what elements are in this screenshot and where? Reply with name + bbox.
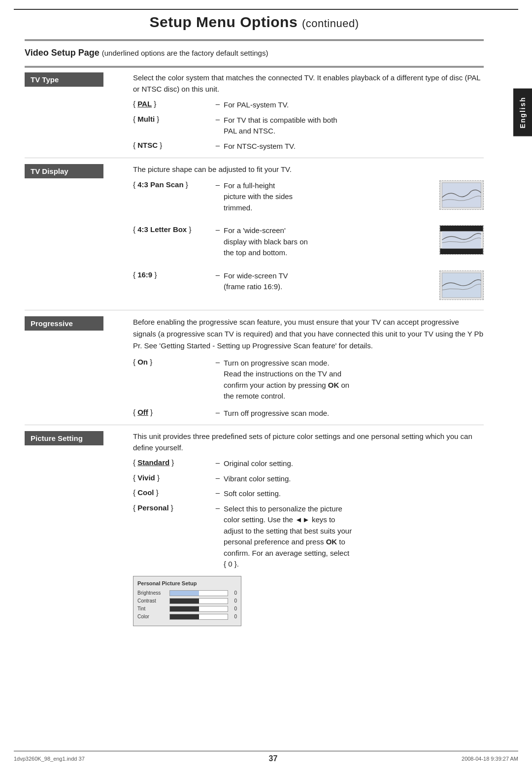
widescreen-image xyxy=(439,270,484,300)
tv-display-row: TV Display The picture shape can be adju… xyxy=(25,164,484,308)
tint-label: Tint xyxy=(137,606,169,611)
side-tab-english: English xyxy=(513,89,532,136)
picture-cool-dash: – xyxy=(212,488,224,497)
personal-picture-setup-box: Personal Picture Setup Brightness 0 Cont… xyxy=(133,576,241,626)
picture-cool-desc: Soft color setting. xyxy=(224,488,484,500)
multi-option-name: { Multi } xyxy=(133,115,212,123)
picture-setting-row: Picture Setting This unit provides three… xyxy=(25,431,484,626)
brightness-bar xyxy=(169,590,228,596)
svg-rect-3 xyxy=(440,226,483,232)
picture-standard-name: { Standard } xyxy=(133,458,212,467)
footer-right: 2008-04-18 9:39:27 AM xyxy=(462,756,518,762)
tv-display-label-cell: TV Display xyxy=(25,164,133,308)
picture-personal-desc: Select this to personalize the pictureco… xyxy=(224,503,484,570)
picture-vivid-dash: – xyxy=(212,473,224,482)
main-content: Setup Menu Options (continued) Video Set… xyxy=(0,0,513,656)
progressive-off-option: { Off } – Turn off progressive scan mode… xyxy=(133,408,484,419)
letter-box-desc: For a 'wide-screen'display with black ba… xyxy=(224,225,434,259)
brightness-value: 0 xyxy=(230,590,237,596)
color-fill xyxy=(170,614,199,619)
widescreen-option: { 16:9 } – For wide-screen TV(frame rati… xyxy=(133,270,484,300)
tv-type-label-cell: TV Type xyxy=(25,72,133,156)
picture-cool-name: { Cool } xyxy=(133,488,212,497)
widescreen-name: { 16:9 } xyxy=(133,270,212,279)
letter-box-row: { 4:3 Letter Box } – For a 'wide-screen'… xyxy=(133,225,434,259)
ntsc-option-name: { NTSC } xyxy=(133,141,212,149)
page-title: Setup Menu Options (continued) xyxy=(25,14,484,31)
page-title-text: Setup Menu Options xyxy=(149,14,298,30)
picture-personal-name: { Personal } xyxy=(133,503,212,512)
pal-option-name: { PAL } xyxy=(133,100,212,108)
progressive-description: Before enabling the progressive scan fea… xyxy=(133,316,484,352)
tv-display-label: TV Display xyxy=(25,164,103,178)
pan-scan-name: { 4:3 Pan Scan } xyxy=(133,180,212,189)
picture-personal-option: { Personal } – Select this to personaliz… xyxy=(133,503,484,570)
progressive-on-option: { On } – Turn on progressive scan mode.R… xyxy=(133,358,484,402)
tint-bar xyxy=(169,606,228,612)
pal-dash: – xyxy=(212,100,224,108)
progressive-on-dash: – xyxy=(212,358,224,366)
color-slider-row: Color 0 xyxy=(137,614,237,620)
pan-scan-image xyxy=(439,180,484,210)
letter-box-dash: – xyxy=(212,225,224,234)
picture-vivid-desc: Vibrant color setting. xyxy=(224,473,484,485)
section-header-title: Video Setup Page xyxy=(25,48,100,58)
progressive-row: Progressive Before enabling the progress… xyxy=(25,316,484,423)
side-tab-label: English xyxy=(519,97,527,129)
contrast-label: Contrast xyxy=(137,598,169,604)
picture-setting-label: Picture Setting xyxy=(25,431,103,445)
svg-rect-1 xyxy=(442,182,481,207)
multi-dash: – xyxy=(212,115,224,123)
picture-standard-desc: Original color setting. xyxy=(224,458,484,470)
tv-display-description: The picture shape can be adjusted to fit… xyxy=(133,164,484,175)
widescreen-row: { 16:9 } – For wide-screen TV(frame rati… xyxy=(133,270,434,293)
separator-row-3 xyxy=(25,423,484,431)
brightness-label: Brightness xyxy=(137,590,169,596)
picture-cool-option: { Cool } – Soft color setting. xyxy=(133,488,484,500)
separator-row-2 xyxy=(25,308,484,316)
picture-personal-dash: – xyxy=(212,503,224,512)
brightness-slider-row: Brightness 0 xyxy=(137,590,237,596)
footer-left: 1dvp3260K_98_eng1.indd 37 xyxy=(14,756,85,762)
progressive-on-name: { On } xyxy=(133,358,212,366)
progressive-off-dash: – xyxy=(212,408,224,416)
color-label: Color xyxy=(137,614,169,619)
tv-type-label: TV Type xyxy=(25,72,103,87)
ntsc-dash: – xyxy=(212,141,224,149)
section-header: Video Setup Page (underlined options are… xyxy=(25,48,484,58)
tv-type-description: Select the color system that matches the… xyxy=(133,72,484,95)
picture-setting-description: This unit provides three predefined sets… xyxy=(133,431,484,453)
letter-box-name: { 4:3 Letter Box } xyxy=(133,225,212,234)
ntsc-desc: For NTSC-system TV. xyxy=(224,141,484,152)
pal-desc: For PAL-system TV. xyxy=(224,100,484,111)
brightness-fill xyxy=(170,591,199,596)
pan-scan-left: { 4:3 Pan Scan } – For a full-heightpict… xyxy=(133,180,434,218)
separator-row-1 xyxy=(25,156,484,164)
tv-type-multi-option: { Multi } – For TV that is compatible wi… xyxy=(133,115,484,137)
double-rule xyxy=(25,39,484,41)
tv-type-ntsc-option: { NTSC } – For NTSC-system TV. xyxy=(133,141,484,152)
widescreen-left: { 16:9 } – For wide-screen TV(frame rati… xyxy=(133,270,434,297)
progressive-desc-cell: Before enabling the progressive scan fea… xyxy=(133,316,484,423)
options-table: TV Type Select the color system that mat… xyxy=(25,72,484,626)
picture-vivid-option: { Vivid } – Vibrant color setting. xyxy=(133,473,484,485)
tv-display-desc-cell: The picture shape can be adjusted to fit… xyxy=(133,164,484,308)
progressive-off-desc: Turn off progressive scan mode. xyxy=(224,408,484,419)
page-wrapper: English Setup Menu Options (continued) V… xyxy=(0,0,532,772)
page-title-continued: (continued) xyxy=(302,17,359,30)
tv-type-row: TV Type Select the color system that mat… xyxy=(25,72,484,156)
top-border xyxy=(14,9,518,10)
letter-box-image xyxy=(439,225,484,255)
picture-setting-desc-cell: This unit provides three predefined sets… xyxy=(133,431,484,626)
tv-type-pal-option: { PAL } – For PAL-system TV. xyxy=(133,100,484,111)
contrast-value: 0 xyxy=(230,598,237,604)
letter-box-left: { 4:3 Letter Box } – For a 'wide-screen'… xyxy=(133,225,434,263)
picture-setting-label-cell: Picture Setting xyxy=(25,431,133,626)
page-number: 37 xyxy=(268,754,277,763)
contrast-bar xyxy=(169,598,228,604)
tint-fill xyxy=(170,606,199,611)
tv-type-desc-cell: Select the color system that matches the… xyxy=(133,72,484,156)
pan-scan-dash: – xyxy=(212,180,224,189)
multi-desc: For TV that is compatible with bothPAL a… xyxy=(224,115,484,137)
pan-scan-desc: For a full-heightpicture with the sidest… xyxy=(224,180,434,214)
